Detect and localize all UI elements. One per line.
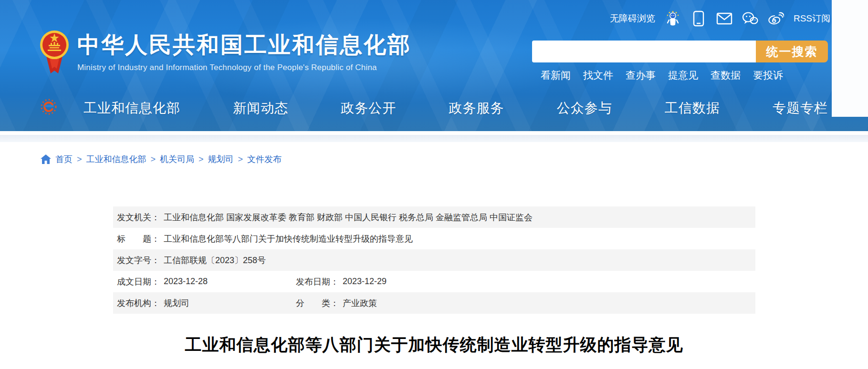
- search-button[interactable]: 统一搜索: [756, 41, 828, 62]
- quick-link-complaints[interactable]: 要投诉: [753, 69, 783, 82]
- quick-link-documents[interactable]: 找文件: [583, 69, 613, 82]
- meta-value: 工业和信息化部 国家发展改革委 教育部 财政部 中国人民银行 税务总局 金融监管…: [164, 212, 533, 223]
- meta-value: 2023-12-28: [164, 277, 208, 287]
- meta-label: 成文日期：: [117, 276, 160, 287]
- document-meta-table: 发文机关： 工业和信息化部 国家发展改革委 教育部 财政部 中国人民银行 税务总…: [113, 206, 755, 314]
- mobile-phone-icon[interactable]: [690, 10, 707, 27]
- meta-label: 发文字号：: [117, 255, 160, 266]
- miit-e-logo-icon: [40, 98, 57, 115]
- nav-item-gov-disclosure[interactable]: 政务公开: [341, 99, 396, 117]
- site-title: 中华人民共和国工业和信息化部: [77, 30, 411, 60]
- meta-label: 发布日期：: [296, 276, 339, 287]
- mail-icon[interactable]: [716, 10, 732, 27]
- nav-item-news[interactable]: 新闻动态: [233, 99, 288, 117]
- mascot-robot-icon[interactable]: [665, 10, 681, 27]
- meta-value: 工业和信息化部等八部门关于加快传统制造业转型升级的指导意见: [164, 233, 413, 245]
- site-header: 无障碍浏览: [0, 0, 868, 131]
- quick-link-data[interactable]: 查数据: [711, 69, 741, 82]
- site-title-block: 中华人民共和国工业和信息化部 Ministry of Industry and …: [77, 30, 411, 72]
- meta-label: 标 题：: [117, 233, 160, 245]
- header-right-margin: [832, 0, 868, 117]
- quick-links: 看新闻 找文件 查办事 提意见 查数据 要投诉: [541, 69, 783, 82]
- meta-row-document-number: 发文字号： 工信部联规〔2023〕258号: [113, 249, 755, 271]
- meta-row-title: 标 题： 工业和信息化部等八部门关于加快传统制造业转型升级的指导意见: [113, 228, 755, 249]
- breadcrumb-departments[interactable]: 机关司局: [160, 154, 194, 165]
- nav-item-gov-services[interactable]: 政务服务: [449, 99, 504, 117]
- header-divider-strip: [0, 135, 868, 142]
- page: 无障碍浏览: [0, 0, 868, 369]
- meta-row-issuing-agency: 发文机关： 工业和信息化部 国家发展改革委 教育部 财政部 中国人民银行 税务总…: [113, 206, 755, 228]
- site-logo-block[interactable]: 中华人民共和国工业和信息化部 Ministry of Industry and …: [39, 30, 411, 76]
- meta-value: 产业政策: [343, 297, 377, 309]
- utility-bar: 无障碍浏览: [0, 10, 830, 28]
- meta-label: 分 类：: [296, 297, 339, 309]
- breadcrumb-separator: >: [199, 154, 204, 164]
- quick-link-services[interactable]: 查办事: [626, 69, 656, 82]
- breadcrumb-miit[interactable]: 工业和信息化部: [86, 154, 146, 165]
- breadcrumb-home[interactable]: 首页: [55, 154, 73, 165]
- meta-label: 发文机关：: [117, 212, 160, 223]
- breadcrumb-separator: >: [238, 154, 243, 164]
- search-input[interactable]: [532, 41, 756, 62]
- site-subtitle: Ministry of Industry and Information Tec…: [77, 63, 411, 72]
- quick-link-suggestions[interactable]: 提意见: [668, 69, 698, 82]
- breadcrumb-separator: >: [151, 154, 156, 164]
- article-title: 工业和信息化部等八部门关于加快传统制造业转型升级的指导意见: [0, 334, 868, 356]
- breadcrumb: 首页 > 工业和信息化部 > 机关司局 > 规划司 > 文件发布: [41, 154, 282, 165]
- meta-row-dates: 成文日期： 2023-12-28 发布日期： 2023-12-29: [113, 271, 755, 292]
- meta-row-publisher-category: 发布机构： 规划司 分 类： 产业政策: [113, 292, 755, 314]
- nav-item-industry-data[interactable]: 工信数据: [665, 99, 720, 117]
- breadcrumb-planning-dept[interactable]: 规划司: [208, 154, 234, 165]
- wechat-icon[interactable]: [742, 10, 758, 27]
- main-nav: 工业和信息化部 新闻动态 政务公开 政务服务 公众参与 工信数据 专题专栏: [84, 99, 828, 117]
- home-icon[interactable]: [41, 154, 51, 164]
- meta-label: 发布机构：: [117, 297, 160, 309]
- meta-value: 工信部联规〔2023〕258号: [164, 255, 266, 266]
- meta-value: 规划司: [164, 297, 189, 309]
- accessibility-link[interactable]: 无障碍浏览: [610, 12, 655, 25]
- nav-item-public-participation[interactable]: 公众参与: [557, 99, 612, 117]
- rss-link[interactable]: RSS订阅: [794, 12, 830, 25]
- national-emblem-icon: [39, 30, 70, 76]
- quick-link-news[interactable]: 看新闻: [541, 69, 571, 82]
- meta-value: 2023-12-29: [343, 277, 387, 287]
- weibo-icon[interactable]: [768, 10, 784, 27]
- nav-item-special-topics[interactable]: 专题专栏: [773, 99, 828, 117]
- nav-item-miit[interactable]: 工业和信息化部: [84, 99, 180, 117]
- breadcrumb-separator: >: [77, 154, 82, 164]
- breadcrumb-document-release[interactable]: 文件发布: [247, 154, 282, 165]
